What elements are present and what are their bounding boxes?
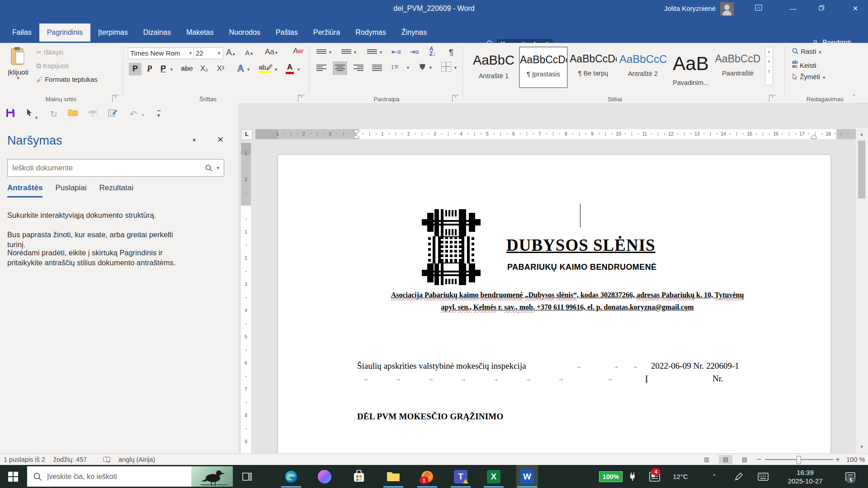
ribbon-tab-rodymas[interactable]: Rodymas [348,23,394,42]
collapse-ribbon-button[interactable]: ⌃ [852,94,856,99]
redo-button[interactable]: ↻ [48,108,60,120]
ribbon-tab-nuorodos[interactable]: Nuorodos [221,23,268,42]
nav-tab-puslapiai[interactable]: Puslapiai [55,183,86,197]
zoom-percentage[interactable]: 100 % [846,454,865,465]
taskbar-store[interactable] [348,465,370,488]
nav-pane-close-icon[interactable]: ✕ [217,135,224,145]
ribbon-tab-maketas[interactable]: Maketas [179,23,221,42]
italic-button[interactable]: P [147,64,152,74]
power-plug-icon[interactable] [627,465,638,488]
borders-dropdown[interactable]: ▼ [453,66,458,70]
style-antraštė1[interactable]: AaBbCAntraštė 1 [470,47,517,86]
clock[interactable]: 16:39 2025-10-27 [778,465,832,488]
bullets-dropdown[interactable]: ▼ [328,50,332,55]
print-layout-button[interactable]: ▤ [719,455,732,464]
style-įprastasis[interactable]: AaBbCcDc¶ Įprastasis [519,47,568,88]
user-name[interactable]: Jolita Koryznienė [664,0,716,17]
replace-button[interactable]: abac Keisti [792,60,816,69]
gallery-expand[interactable]: ⊽ [765,66,773,76]
numbering-button[interactable] [341,48,351,55]
scroll-up-icon[interactable]: ▲ [858,131,866,138]
start-button[interactable] [0,465,26,488]
taskbar-file-explorer[interactable] [382,465,404,488]
line-spacing-button[interactable]: ↕≡ [391,63,398,71]
action-center-button[interactable]: 5 [839,465,862,488]
touch-keyboard-icon[interactable] [754,465,772,488]
font-color-dropdown[interactable]: ▼ [297,67,301,72]
task-view-button[interactable] [237,465,259,488]
scroll-down-icon[interactable]: ▼ [858,443,866,450]
text-effects-button[interactable]: A [237,63,244,74]
font-color-button[interactable]: A [286,63,294,74]
ribbon-tab-žinynas[interactable]: Žinynas [394,23,434,42]
minimize-button[interactable]: — [783,0,803,17]
search-icon[interactable] [205,164,212,172]
paste-button[interactable]: Įklijuoti ▼ [6,47,30,85]
horizontal-ruler[interactable]: 321123456789101112131415161718 [255,129,856,139]
cut-button[interactable]: ✂ Iškirpti [36,48,63,56]
left-indent-marker[interactable] [353,135,359,139]
gallery-scroll-up[interactable]: ▲ [765,47,773,56]
language-indicator[interactable]: anglų (Airija) [118,454,155,465]
undo-button[interactable]: ↶ [127,108,139,120]
paragraph-dialog-launcher[interactable] [452,95,459,102]
gallery-scroll-down[interactable]: ▼ [765,56,773,66]
font-dialog-launcher[interactable] [298,95,305,102]
align-right-button[interactable] [354,64,363,72]
justify-button[interactable] [372,64,382,72]
sort-button[interactable]: AZ↓ [429,47,435,56]
subscript-button[interactable]: X₂ [200,65,208,73]
bold-button[interactable]: P [132,64,138,74]
numbering-dropdown[interactable]: ▼ [353,50,357,55]
bullets-button[interactable] [316,48,326,55]
page-count[interactable]: 1 puslapis iš 2 [4,454,45,465]
zoom-out-button[interactable]: − [757,454,761,465]
taskbar-search-box[interactable]: Įveskite čia, ko ieškoti [27,466,233,487]
customize-qat-button[interactable]: ▔▼ [153,108,165,120]
save-button[interactable] [5,108,16,120]
news-interests-button[interactable]: 4 [646,465,664,488]
multilevel-list-button[interactable] [367,48,377,55]
change-case-button[interactable]: Aa▼ [265,47,278,56]
taskbar-excel[interactable]: X [483,465,505,488]
highlight-dropdown[interactable]: ▼ [274,67,278,72]
zoom-slider-thumb[interactable] [797,456,801,464]
zoom-in-button[interactable]: + [835,454,840,465]
grow-font-button[interactable]: A▲ [226,47,236,57]
taskbar-edge[interactable] [280,465,302,488]
ribbon-display-options-icon[interactable] [748,0,769,17]
nav-tab-antraštės[interactable]: Antraštės [7,183,42,197]
avatar[interactable] [720,2,734,16]
battery-indicator[interactable]: 100% [596,465,626,488]
format-painter-button[interactable]: 🖌︎ Formato teptukas [36,75,98,83]
temperature-indicator[interactable]: 12°C [668,465,693,488]
nav-search-dropdown[interactable]: ▼ [216,166,220,170]
copy-button[interactable]: ⧉ Kopijuoti [36,62,69,70]
first-line-indent-marker[interactable] [353,129,359,134]
open-button[interactable] [67,108,79,120]
scrollbar-thumb[interactable] [858,141,865,198]
vertical-scrollbar[interactable]: ▲ ▼ [856,128,868,453]
align-center-button[interactable] [335,64,345,72]
highlight-button[interactable]: ab🖉 [259,63,273,73]
align-left-button[interactable] [316,64,326,72]
style-paantraštė[interactable]: AaBbCcDPaantraštė [714,47,761,86]
select-button[interactable]: Žymėti ▼ [792,73,826,80]
shrink-font-button[interactable]: A▼ [245,49,254,56]
search-daily-image[interactable] [191,466,233,487]
find-button[interactable]: Rasti ▼ [792,47,822,55]
close-button[interactable]: ✕ [843,0,868,17]
style-pavadinim[interactable]: AaBPavadinim... [667,47,714,86]
font-size-select[interactable]: 22▼ [193,47,223,59]
show-marks-button[interactable]: ¶ [449,47,453,57]
strikethrough-button[interactable]: abe [181,65,193,73]
decrease-indent-button[interactable]: ⇤≡ [392,48,401,56]
tab-stop-selector[interactable]: L [241,129,253,140]
show-hidden-icons-chevron[interactable]: ⌃ [706,465,722,488]
underline-button[interactable]: P [160,64,166,74]
draw-table-button[interactable] [107,108,118,120]
paste-dropdown-arrow[interactable]: ▼ [6,76,30,80]
taskbar-copilot[interactable] [314,465,335,488]
taskbar-teams[interactable]: T [450,465,472,488]
nav-pane-options-dropdown[interactable]: ▼ [192,137,197,143]
